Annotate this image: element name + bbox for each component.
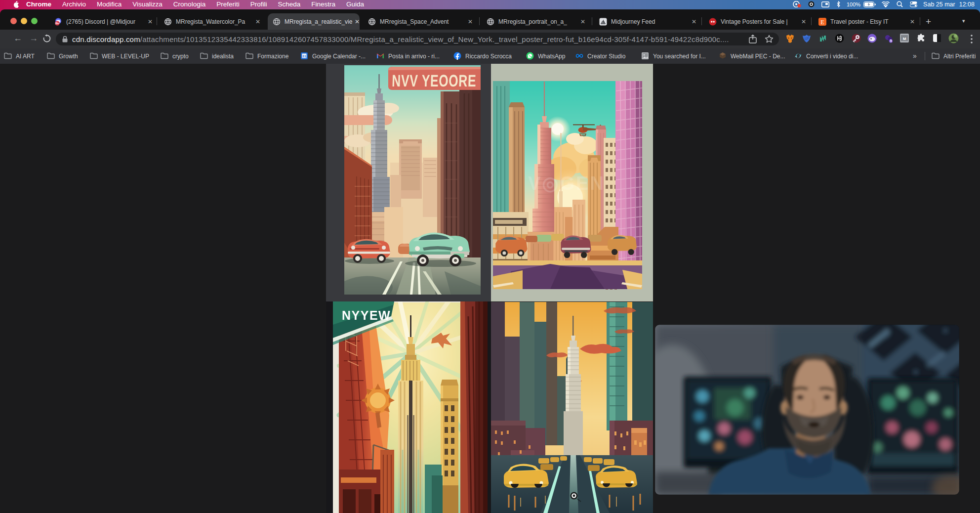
svg-text:V◎GEN: V◎GEN (528, 173, 605, 194)
svg-text:31: 31 (302, 54, 306, 58)
svg-text:M: M (903, 37, 906, 41)
svg-text:NVV YEOORE: NVV YEOORE (392, 71, 477, 90)
svg-text:5: 5 (890, 39, 892, 43)
svg-text:2k+: 2k+ (55, 21, 60, 24)
svg-text:E: E (820, 18, 824, 25)
svg-text:NYYEW: NYYEW (342, 308, 391, 322)
